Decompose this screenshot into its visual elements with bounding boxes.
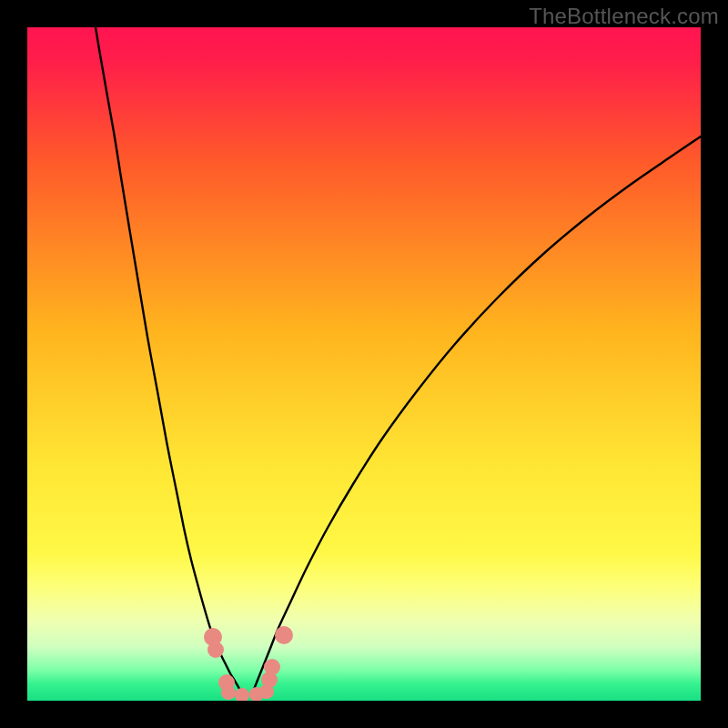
marker-point: [264, 659, 280, 675]
marker-point: [221, 685, 236, 700]
gradient-background: [27, 27, 701, 701]
marker-point: [207, 642, 224, 658]
watermark-text: TheBottleneck.com: [529, 4, 719, 29]
chart-svg: [27, 27, 701, 701]
marker-point: [275, 626, 293, 644]
plot-area: [27, 27, 701, 701]
chart-container: TheBottleneck.com: [0, 0, 728, 728]
